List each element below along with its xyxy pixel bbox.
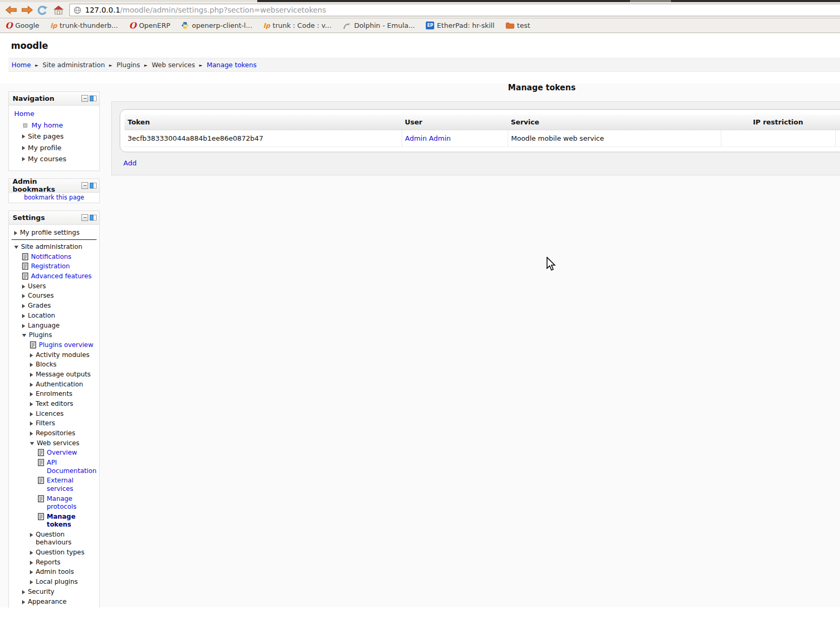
tree-item-label[interactable]: Site pages	[28, 132, 64, 141]
triangle-right-icon[interactable]	[22, 285, 25, 289]
triangle-right-icon[interactable]	[30, 561, 33, 565]
tree-item-label[interactable]: Authentication	[36, 381, 83, 389]
tree-item: Licences	[11, 410, 97, 418]
breadcrumb-item[interactable]: Home	[12, 61, 31, 69]
triangle-right-icon[interactable]	[30, 383, 33, 387]
triangle-right-icon[interactable]	[22, 294, 25, 298]
triangle-right-icon[interactable]	[30, 373, 33, 377]
triangle-right-icon[interactable]	[30, 533, 33, 537]
forward-button[interactable]	[19, 3, 35, 17]
tree-item-label[interactable]: Local plugins	[36, 578, 78, 586]
triangle-right-icon[interactable]	[30, 432, 33, 436]
tree-item: Plugins overview	[11, 341, 97, 350]
tree-item-label[interactable]: Enrolments	[36, 390, 72, 398]
tree-item-label[interactable]: Message outputs	[36, 371, 91, 379]
triangle-right-icon[interactable]	[22, 134, 25, 139]
tree-item: Local plugins	[11, 578, 97, 586]
triangle-down-icon[interactable]	[22, 334, 26, 337]
triangle-right-icon[interactable]	[30, 363, 33, 367]
reload-button[interactable]	[35, 3, 50, 17]
tree-item-label[interactable]: Advanced features	[31, 272, 91, 281]
bookmark-item[interactable]: test	[506, 22, 530, 29]
dock-block-icon[interactable]	[90, 183, 97, 188]
tree-item-label[interactable]: Reports	[36, 559, 60, 567]
triangle-right-icon[interactable]	[14, 231, 17, 235]
home-button[interactable]	[50, 3, 66, 17]
bookmark-item[interactable]: EPEtherPad: hr-skill	[426, 22, 494, 29]
tree-item-label[interactable]: My courses	[28, 155, 66, 163]
back-button[interactable]	[3, 3, 19, 17]
add-token-link[interactable]: Add	[123, 159, 136, 167]
tree-item-label[interactable]: Overview	[47, 449, 77, 457]
tree-item-label[interactable]: Courses	[28, 292, 54, 300]
triangle-right-icon[interactable]	[22, 157, 25, 161]
moodle-page: moodle Home►Site administration►Plugins►…	[0, 40, 840, 607]
user-link[interactable]: Admin Admin	[405, 134, 451, 142]
url-bar[interactable]: 127.0.0.1/moodle/admin/settings.php?sect…	[69, 4, 840, 16]
tree-item-label[interactable]: Repositories	[36, 429, 76, 438]
tree-item-label[interactable]: Plugins overview	[39, 341, 93, 350]
bookmark-item[interactable]: lptrunk-thunderb...	[50, 22, 118, 29]
tree-item-label[interactable]: Security	[28, 588, 55, 596]
tree-item-label[interactable]: Manage protocols	[47, 495, 97, 511]
dock-block-icon[interactable]	[90, 215, 97, 220]
triangle-right-icon[interactable]	[30, 551, 33, 555]
tree-item-label[interactable]: Manage tokens	[47, 513, 97, 529]
bookmark-item[interactable]: lptrunk : Code : v...	[264, 22, 332, 29]
triangle-right-icon[interactable]	[22, 304, 25, 308]
triangle-right-icon[interactable]	[30, 392, 33, 396]
block-title: Admin bookmarks	[13, 177, 81, 193]
triangle-right-icon[interactable]	[22, 590, 25, 594]
tree-item-label[interactable]: Home	[14, 110, 34, 118]
triangle-right-icon[interactable]	[22, 600, 25, 604]
triangle-right-icon[interactable]	[22, 314, 25, 318]
tree-item-label[interactable]: Question behaviours	[36, 531, 97, 547]
tree-item-label[interactable]: Language	[28, 322, 60, 330]
triangle-right-icon[interactable]	[30, 402, 33, 406]
tree-item-label[interactable]: Filters	[36, 419, 55, 428]
triangle-right-icon[interactable]	[30, 353, 33, 358]
tree-item-label[interactable]: Question types	[36, 549, 85, 557]
collapse-block-icon[interactable]	[81, 95, 88, 102]
tree-item-label[interactable]: Users	[28, 282, 46, 291]
tree-item-label[interactable]: My home	[32, 121, 63, 130]
tree-item-label[interactable]: My profile	[28, 144, 61, 152]
collapse-block-icon[interactable]	[81, 214, 88, 221]
bookmark-item[interactable]: OGoogle	[5, 22, 39, 29]
tree-item-label[interactable]: Notifications	[31, 253, 71, 261]
tree-item-label[interactable]: API Documentation	[47, 459, 97, 475]
tree-item-label[interactable]: Grades	[28, 302, 51, 310]
triangle-down-icon[interactable]	[30, 442, 34, 445]
bookmark-this-page-link[interactable]: bookmark this page	[24, 194, 85, 201]
tree-item-label[interactable]: Plugins	[29, 331, 52, 340]
tree-item-label[interactable]: Licences	[36, 410, 64, 418]
bookmark-item[interactable]: OOpenERP	[129, 22, 171, 29]
tree-item: Location	[11, 312, 97, 320]
tree-item-label[interactable]: Blocks	[36, 361, 57, 369]
tree-item-label[interactable]: My profile settings	[20, 229, 80, 237]
tree-item-label[interactable]: Site administration	[21, 243, 82, 251]
collapse-block-icon[interactable]	[81, 182, 88, 189]
triangle-right-icon[interactable]	[30, 580, 33, 584]
bookmark-item[interactable]: Dolphin - Emula...	[342, 22, 415, 29]
tokens-panel: TokenUserServiceIP restrictionV 3ecfb383…	[111, 101, 840, 175]
tree-item-label[interactable]: Admin tools	[36, 568, 74, 576]
dock-block-icon[interactable]	[90, 96, 97, 101]
triangle-right-icon[interactable]	[22, 324, 25, 328]
triangle-right-icon[interactable]	[30, 412, 33, 416]
bookmark-item[interactable]: openerp-client-l...	[181, 22, 252, 29]
tree-item-label[interactable]: Appearance	[28, 598, 67, 606]
triangle-right-icon[interactable]	[30, 422, 33, 426]
breadcrumb-item[interactable]: Manage tokens	[207, 61, 257, 69]
tree-item: Advanced features	[11, 272, 97, 281]
tree-item-label[interactable]: Location	[28, 312, 55, 320]
tree-item-label[interactable]: Web services	[37, 439, 79, 448]
tree-item-label[interactable]: External services	[47, 477, 97, 493]
triangle-right-icon[interactable]	[30, 570, 33, 574]
triangle-down-icon[interactable]	[14, 246, 18, 249]
triangle-right-icon[interactable]	[22, 146, 25, 150]
tree-item-label[interactable]: Text editors	[36, 400, 73, 408]
tree-item-label[interactable]: Registration	[31, 262, 70, 271]
globe-icon	[74, 6, 81, 14]
tree-item-label[interactable]: Activity modules	[36, 351, 89, 360]
